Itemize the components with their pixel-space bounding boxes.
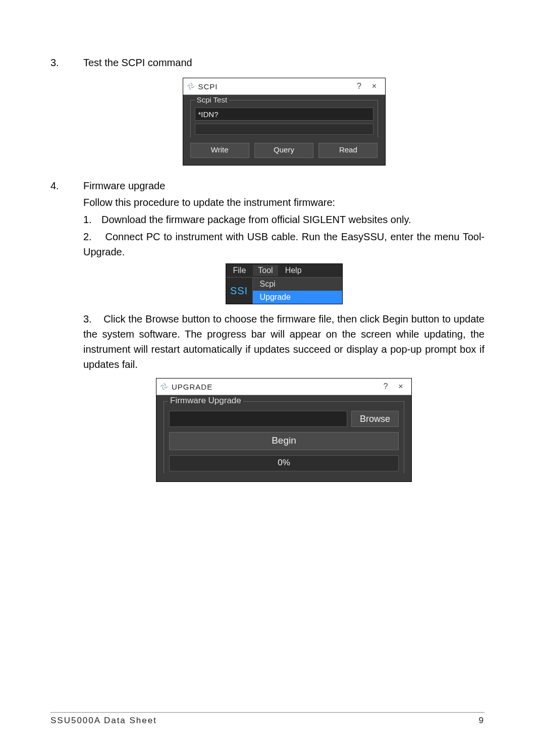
upgrade-titlebar: UPGRADE ? ×	[156, 379, 411, 395]
step4-sub2-text: Connect PC to instrument with USB cable.…	[83, 231, 485, 257]
page: 3. Test the SCPI command SCPI ? × Scp	[0, 0, 535, 756]
scpi-group-label: Scpi Test	[195, 95, 230, 104]
upgrade-dialog: UPGRADE ? × Firmware Upgrade Browse Begi…	[156, 378, 412, 482]
menu-body: SSI Scpi Upgrade	[226, 278, 342, 304]
scpi-write-button[interactable]: Write	[190, 143, 249, 158]
scpi-command-input[interactable]	[195, 107, 373, 121]
scpi-read-button[interactable]: Read	[318, 143, 378, 158]
step4-sub1-num: 1.	[83, 212, 101, 227]
step4-title: Firmware upgrade	[83, 179, 485, 193]
tool-dropdown: Scpi Upgrade	[253, 278, 342, 304]
begin-button[interactable]: Begin	[169, 432, 399, 450]
step4-sub3-block: 3. Click the Browse button to choose the…	[83, 311, 485, 372]
step3-row: 3. Test the SCPI command	[50, 56, 485, 70]
upgrade-title: UPGRADE	[172, 383, 378, 391]
menu-file[interactable]: File	[228, 265, 251, 276]
step4-sub2-block: 2. Connect PC to instrument with USB cab…	[83, 229, 485, 259]
menu-help[interactable]: Help	[280, 265, 307, 276]
upgrade-group-label: Firmware Upgrade	[168, 396, 243, 406]
app-swirl-icon	[159, 382, 169, 391]
step4-number: 4.	[50, 180, 59, 191]
menu-tool[interactable]: Tool	[253, 265, 278, 276]
step4-intro: Follow this procedure to update the inst…	[83, 195, 485, 210]
scpi-title: SCPI	[198, 82, 352, 91]
step3-number: 3.	[50, 57, 59, 68]
firmware-path-input[interactable]	[169, 411, 347, 427]
scpi-test-group: Scpi Test	[190, 100, 378, 138]
step4-sub1: 1. Download the firmware package from of…	[83, 212, 485, 227]
menu-item-scpi[interactable]: Scpi	[253, 278, 342, 291]
step4-row: 4. Firmware upgrade Follow this procedur…	[50, 179, 485, 482]
scpi-close-button[interactable]: ×	[367, 82, 382, 91]
scpi-output-field[interactable]	[195, 124, 373, 135]
scpi-help-button[interactable]: ?	[352, 82, 367, 91]
page-footer: SSU5000A Data Sheet 9	[50, 712, 485, 726]
progress-bar: 0%	[169, 455, 399, 471]
menu-item-upgrade[interactable]: Upgrade	[253, 291, 342, 304]
scpi-button-row: Write Query Read	[190, 143, 378, 158]
scpi-titlebar: SCPI ? ×	[183, 78, 385, 95]
scpi-dialog: SCPI ? × Scpi Test Write Query Read	[183, 78, 386, 166]
footer-title: SSU5000A Data Sheet	[50, 716, 157, 726]
step4-sub3-num: 3.	[83, 313, 92, 325]
upgrade-close-button[interactable]: ×	[393, 382, 408, 391]
upgrade-body: Firmware Upgrade Browse Begin 0%	[156, 395, 411, 481]
step4-sub2-num: 2.	[83, 231, 92, 242]
footer-page-number: 9	[479, 716, 485, 726]
upgrade-group: Firmware Upgrade Browse Begin 0%	[164, 401, 404, 473]
menu-screenshot: File Tool Help SSI Scpi Upgrade	[226, 263, 343, 304]
browse-button[interactable]: Browse	[351, 411, 399, 427]
menu-bar: File Tool Help	[226, 264, 342, 278]
scpi-dialog-row: SCPI ? × Scpi Test Write Query Read	[50, 73, 485, 176]
upgrade-help-button[interactable]: ?	[378, 382, 393, 391]
upgrade-path-row: Browse	[169, 411, 399, 427]
scpi-query-button[interactable]: Query	[254, 143, 313, 158]
app-swirl-icon	[186, 82, 195, 91]
step3-title: Test the SCPI command	[83, 57, 192, 68]
step4-sub1-text: Download the firmware package from offic…	[101, 212, 485, 227]
scpi-body: Scpi Test Write Query Read	[183, 95, 385, 165]
menu-left-label: SSI	[226, 278, 253, 304]
step4-sub3-text: Click the Browse button to choose the fi…	[83, 313, 485, 370]
